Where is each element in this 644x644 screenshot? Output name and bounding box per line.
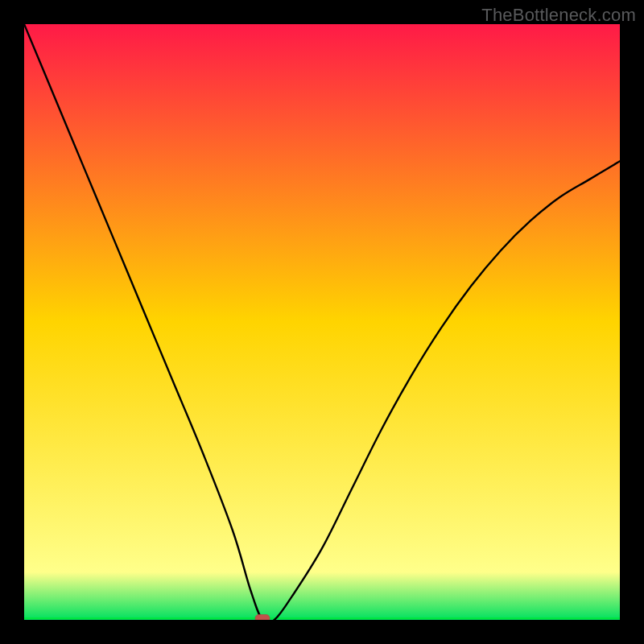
watermark-text: TheBottleneck.com [481,5,636,26]
optimal-marker [255,615,270,621]
plot-area [24,24,620,620]
plot-svg [24,24,620,620]
chart-frame: TheBottleneck.com [0,0,644,644]
gradient-background [24,24,620,620]
